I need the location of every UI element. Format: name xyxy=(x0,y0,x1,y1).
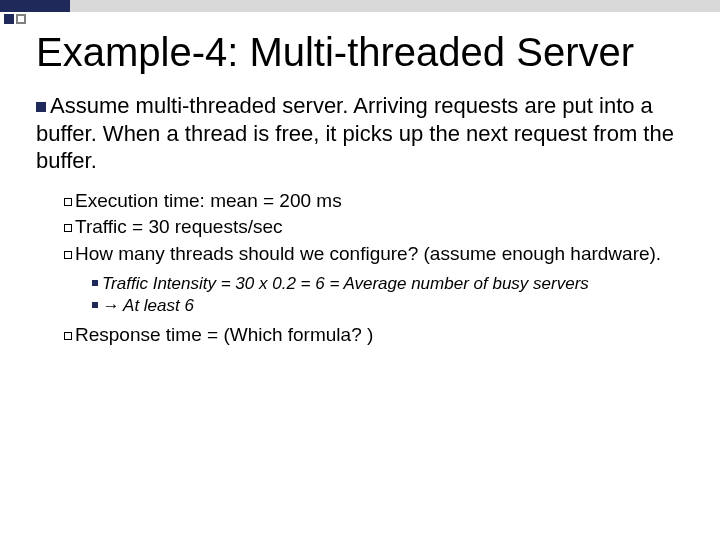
square-outline-icon xyxy=(16,14,26,24)
sub-point-question: How many threads should we configure? (a… xyxy=(64,242,690,267)
small-square-bullet-icon xyxy=(92,302,98,308)
answer-group: Traffic Intensity = 30 x 0.2 = 6 = Avera… xyxy=(92,273,690,317)
sub-point-response: Response time = (Which formula? ) xyxy=(64,323,690,348)
slide-content: Example-4: Multi-threaded Server Assume … xyxy=(36,30,690,349)
corner-squares xyxy=(4,14,26,24)
traffic-text: Traffic = 30 requests/sec xyxy=(75,216,283,237)
hollow-square-bullet-icon xyxy=(64,198,72,206)
answer-line-1: Traffic Intensity = 30 x 0.2 = 6 = Avera… xyxy=(92,273,690,295)
main-point: Assume multi-threaded server. Arriving r… xyxy=(36,92,690,175)
hollow-square-bullet-icon xyxy=(64,224,72,232)
sub-point-exec-time: Execution time: mean = 200 ms xyxy=(64,189,690,214)
main-point-text: Assume multi-threaded server. Arriving r… xyxy=(36,93,674,173)
accent-light xyxy=(70,0,720,12)
answer2-text: → At least 6 xyxy=(102,296,194,315)
slide-title: Example-4: Multi-threaded Server xyxy=(36,30,690,74)
accent-dark xyxy=(0,0,70,12)
response-text: Response time = (Which formula? ) xyxy=(75,324,373,345)
hollow-square-bullet-icon xyxy=(64,251,72,259)
small-square-bullet-icon xyxy=(92,280,98,286)
square-filled-icon xyxy=(4,14,14,24)
question-text: How many threads should we configure? (a… xyxy=(75,243,661,264)
answer1-text: Traffic Intensity = 30 x 0.2 = 6 = Avera… xyxy=(102,274,589,293)
sub-point-traffic: Traffic = 30 requests/sec xyxy=(64,215,690,240)
square-bullet-icon xyxy=(36,102,46,112)
sub-points-group: Execution time: mean = 200 ms Traffic = … xyxy=(64,189,690,348)
hollow-square-bullet-icon xyxy=(64,332,72,340)
answer-line-2: → At least 6 xyxy=(92,295,690,317)
exec-time-text: Execution time: mean = 200 ms xyxy=(75,190,342,211)
top-accent-bar xyxy=(0,0,720,12)
